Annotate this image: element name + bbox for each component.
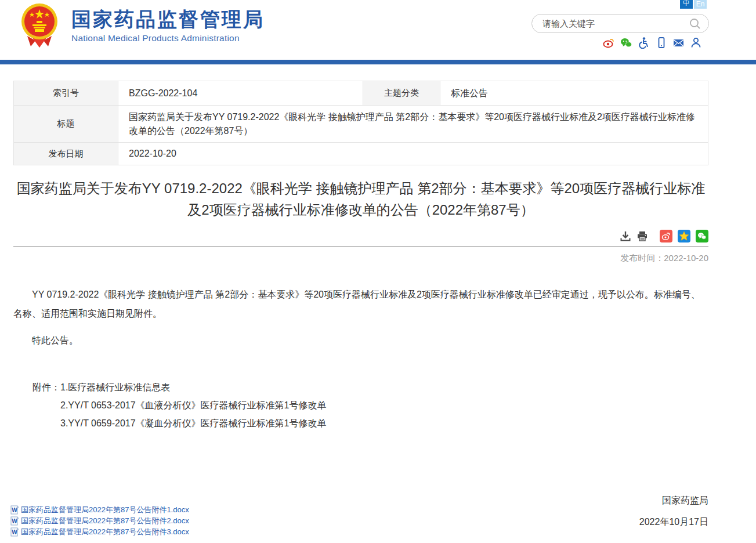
header-quick-links: [603, 37, 702, 49]
accessibility-icon[interactable]: [638, 37, 650, 49]
search-button[interactable]: [689, 15, 708, 32]
share-wechat-icon[interactable]: [696, 230, 708, 242]
attachment-item-1: 1.医疗器械行业标准信息表: [60, 378, 326, 396]
attachments-list: 1.医疗器械行业标准信息表 2.YY/T 0653-2017《血液分析仪》医疗器…: [60, 378, 326, 432]
search-icon: [689, 17, 701, 30]
attachment-file-link-1[interactable]: W 国家药品监督管理局2022年第87号公告附件1.docx: [10, 505, 189, 515]
document-meta-table: 索引号 BZGG-2022-104 主题分类 标准公告 标题 国家药监局关于发布…: [13, 81, 708, 165]
wechat-icon[interactable]: [620, 37, 632, 49]
print-icon[interactable]: [636, 230, 648, 242]
article-paragraph-2: 特此公告。: [13, 331, 708, 350]
brand-text: 国家药品监督管理局 National Medical Products Admi…: [71, 8, 265, 44]
meta-title-value: 国家药监局关于发布YY 0719.2-2022《眼科光学 接触镜护理产品 第2部…: [118, 106, 708, 143]
lang-chinese-button[interactable]: 中: [680, 0, 693, 9]
svg-text:W: W: [12, 507, 17, 513]
search-input[interactable]: [532, 19, 689, 28]
title-divider: [13, 246, 708, 247]
attachment-item-2: 2.YY/T 0653-2017《血液分析仪》医疗器械行业标准第1号修改单: [60, 396, 326, 414]
site-brand[interactable]: 国家药品监督管理局 National Medical Products Admi…: [19, 2, 265, 49]
search-box: [531, 14, 709, 33]
publish-time-label: 发布时间：: [620, 253, 664, 263]
attachments-label: 附件：: [32, 378, 60, 432]
svg-text:W: W: [12, 529, 17, 535]
attachment-download-links: W 国家药品监督管理局2022年第87号公告附件1.docx W 国家药品监督管…: [10, 505, 189, 538]
site-header: 国家药品监督管理局 National Medical Products Admi…: [0, 0, 756, 60]
article-paragraph-1: YY 0719.2-2022《眼科光学 接触镜护理产品 第2部分：基本要求》等2…: [13, 285, 708, 323]
site-title-english: National Medical Products Administration: [71, 33, 265, 44]
download-icon[interactable]: [620, 230, 631, 242]
site-title: 国家药品监督管理局: [71, 8, 265, 31]
language-toggle: 中 En: [680, 0, 707, 9]
word-doc-icon: W: [10, 527, 19, 537]
attachment-file-link-2[interactable]: W 国家药品监督管理局2022年第87号公告附件2.docx: [10, 516, 189, 526]
svg-text:W: W: [12, 518, 17, 524]
meta-category-label: 主题分类: [363, 81, 440, 106]
article-toolbar: [13, 230, 708, 242]
meta-category-value: 标准公告: [440, 81, 708, 106]
publish-time: 发布时间：2022-10-20: [13, 253, 708, 264]
share-qzone-icon[interactable]: [678, 230, 690, 242]
meta-date-label: 发布日期: [14, 143, 118, 165]
attachment-file-link-3[interactable]: W 国家药品监督管理局2022年第87号公告附件3.docx: [10, 527, 189, 537]
word-doc-icon: W: [10, 505, 19, 515]
lang-english-button[interactable]: En: [694, 0, 707, 9]
user-icon[interactable]: [690, 37, 702, 49]
weibo-icon[interactable]: [603, 37, 615, 49]
publish-time-value: 2022-10-20: [664, 253, 708, 263]
meta-index-value: BZGG-2022-104: [118, 81, 363, 106]
meta-title-label: 标题: [14, 106, 118, 143]
meta-date-value: 2022-10-20: [118, 143, 708, 165]
page-title: 国家药监局关于发布YY 0719.2-2022《眼科光学 接触镜护理产品 第2部…: [13, 178, 708, 220]
attachment-item-3: 3.YY/T 0659-2017《凝血分析仪》医疗器械行业标准第1号修改单: [60, 414, 326, 432]
word-doc-icon: W: [10, 516, 19, 526]
attachments-block: 附件： 1.医疗器械行业标准信息表 2.YY/T 0653-2017《血液分析仪…: [32, 378, 708, 432]
mail-icon[interactable]: [672, 37, 685, 49]
mobile-icon[interactable]: [655, 37, 667, 49]
header-divider-bar: [0, 60, 756, 64]
share-weibo-icon[interactable]: [660, 230, 672, 242]
main-content: 索引号 BZGG-2022-104 主题分类 标准公告 标题 国家药监局关于发布…: [13, 81, 708, 528]
national-emblem-logo: [19, 2, 60, 49]
meta-index-label: 索引号: [14, 81, 118, 106]
